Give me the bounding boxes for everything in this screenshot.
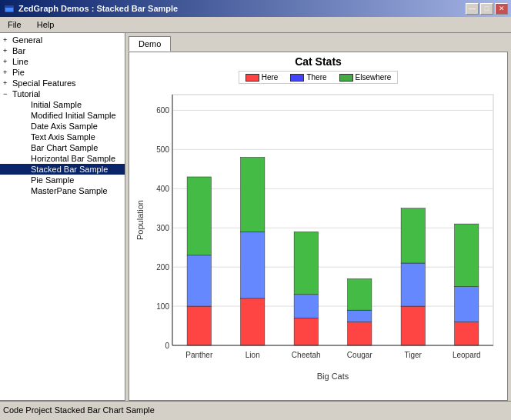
svg-text:Tiger: Tiger <box>405 351 422 359</box>
svg-rect-25 <box>294 318 318 345</box>
title-bar: ZedGraph Demos : Stacked Bar Sample — □ … <box>0 0 511 17</box>
tree-item[interactable]: +General <box>0 35 125 45</box>
legend-item: Here <box>245 73 279 82</box>
svg-text:Cheetah: Cheetah <box>292 351 321 359</box>
svg-text:500: 500 <box>156 145 169 154</box>
minimize-button[interactable]: — <box>466 3 479 15</box>
svg-text:200: 200 <box>156 263 169 272</box>
tree-item[interactable]: +Pie <box>0 67 125 78</box>
sidebar: +General+Bar+Line+Pie+Special Features−T… <box>0 33 125 401</box>
tree-item[interactable]: −Tutorial <box>0 88 125 99</box>
window-controls: — □ ✕ <box>466 3 508 15</box>
svg-text:0: 0 <box>165 342 169 350</box>
svg-rect-33 <box>401 306 425 345</box>
tree-item[interactable]: Stacked Bar Sample <box>0 164 125 175</box>
svg-text:Lion: Lion <box>245 351 260 359</box>
svg-rect-35 <box>401 208 425 263</box>
tree-item[interactable]: +Line <box>0 56 125 67</box>
maximize-button[interactable]: □ <box>480 3 493 15</box>
chart-legend: HereThereElsewhere <box>239 71 399 84</box>
tree-item[interactable]: Initial Sample <box>0 99 125 110</box>
svg-text:Panther: Panther <box>185 351 213 359</box>
svg-rect-31 <box>348 278 372 310</box>
chart-title: Cat Stats <box>132 55 504 68</box>
svg-rect-1 <box>5 5 14 8</box>
legend-item: There <box>290 73 326 82</box>
svg-rect-17 <box>187 306 211 345</box>
window-icon <box>3 2 15 15</box>
svg-rect-26 <box>294 295 318 318</box>
svg-rect-39 <box>455 224 479 287</box>
close-button[interactable]: ✕ <box>495 3 508 15</box>
tree-item[interactable]: Modified Initial Sample <box>0 110 125 121</box>
svg-text:Leopard: Leopard <box>453 351 481 359</box>
svg-rect-27 <box>294 232 318 295</box>
tree-item[interactable]: Bar Chart Sample <box>0 142 125 153</box>
status-bar: Code Project Stacked Bar Chart Sample <box>0 401 511 418</box>
tree-item[interactable]: Pie Sample <box>0 175 125 185</box>
main-content: +General+Bar+Line+Pie+Special Features−T… <box>0 33 511 401</box>
right-panel: Demo Cat Stats HereThereElsewhere 010020… <box>125 33 511 401</box>
svg-rect-18 <box>187 255 211 306</box>
menu-bar: File Help <box>0 17 511 33</box>
svg-rect-2 <box>172 95 493 345</box>
svg-text:100: 100 <box>156 302 169 311</box>
svg-rect-38 <box>455 287 479 322</box>
tree-item[interactable]: Text Axis Sample <box>0 132 125 142</box>
chart-container: Cat Stats HereThereElsewhere 01002003004… <box>129 52 508 401</box>
tree-item[interactable]: +Special Features <box>0 78 125 88</box>
svg-rect-29 <box>348 322 372 345</box>
svg-text:Big Cats: Big Cats <box>317 372 349 381</box>
window-title: ZedGraph Demos : Stacked Bar Sample <box>18 4 466 13</box>
tab-bar: Demo <box>125 33 511 52</box>
svg-text:300: 300 <box>156 224 169 232</box>
menu-help[interactable]: Help <box>32 18 59 31</box>
svg-text:Population: Population <box>135 200 145 240</box>
svg-rect-34 <box>401 263 425 306</box>
chart-plot-area: 0100200300400500600PantherLionCheetahCou… <box>132 87 504 384</box>
svg-rect-19 <box>187 177 211 255</box>
chart-svg: 0100200300400500600PantherLionCheetahCou… <box>132 87 504 384</box>
status-text: Code Project Stacked Bar Chart Sample <box>3 405 155 415</box>
tree-item[interactable]: Date Axis Sample <box>0 121 125 132</box>
tree-item[interactable]: +Bar <box>0 45 125 56</box>
svg-text:400: 400 <box>156 185 169 193</box>
svg-rect-30 <box>348 310 372 322</box>
menu-file[interactable]: File <box>3 18 26 31</box>
tab-demo[interactable]: Demo <box>129 36 171 52</box>
svg-rect-21 <box>241 298 265 345</box>
svg-text:Cougar: Cougar <box>347 351 372 359</box>
tree-item[interactable]: Horizontal Bar Sample <box>0 153 125 164</box>
svg-text:600: 600 <box>156 106 169 115</box>
svg-rect-23 <box>241 158 265 232</box>
svg-rect-22 <box>241 232 265 298</box>
tree-item[interactable]: MasterPane Sample <box>0 185 125 196</box>
svg-rect-37 <box>455 322 479 345</box>
legend-item: Elsewhere <box>339 73 392 82</box>
